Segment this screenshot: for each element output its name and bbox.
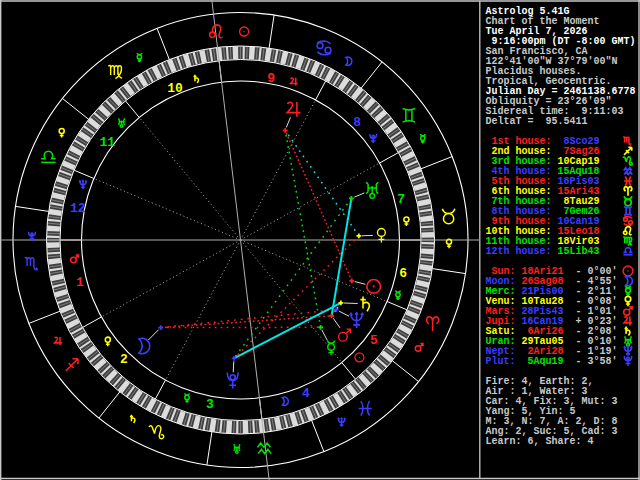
svg-text:2: 2 <box>120 352 128 367</box>
svg-text:3: 3 <box>206 397 214 412</box>
svg-text:9: 9 <box>267 71 275 86</box>
svg-text:8: 8 <box>353 115 361 130</box>
svg-text:5: 5 <box>370 333 378 348</box>
svg-text:6: 6 <box>399 266 407 281</box>
svg-text:10: 10 <box>167 81 183 96</box>
svg-text:11: 11 <box>99 135 115 150</box>
svg-text:7: 7 <box>397 192 405 207</box>
svg-text:12: 12 <box>70 201 86 216</box>
svg-text:4: 4 <box>302 386 310 401</box>
svg-text:1: 1 <box>76 275 84 290</box>
